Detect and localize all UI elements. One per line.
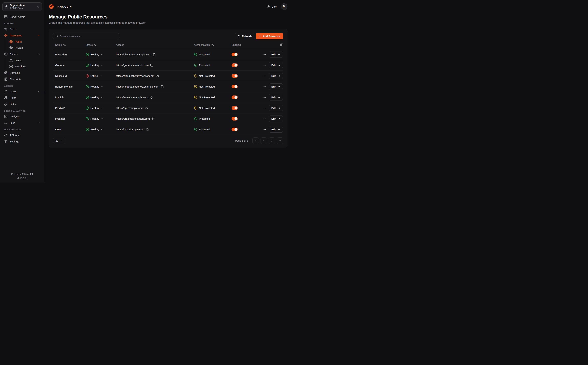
enabled-toggle[interactable]	[232, 74, 238, 78]
copy-icon[interactable]	[151, 117, 154, 120]
org-selector[interactable]: Organization ACME Corp.	[2, 2, 42, 11]
sidebar-item-public[interactable]: Public	[7, 39, 42, 45]
version-label: v1.13.0	[17, 177, 24, 179]
columns-icon[interactable]	[280, 43, 283, 46]
theme-label: Dark	[272, 5, 277, 8]
copy-icon[interactable]	[150, 64, 153, 67]
theme-toggle[interactable]: Dark	[267, 5, 277, 8]
enabled-toggle[interactable]	[232, 96, 238, 99]
sidebar-item-settings[interactable]: Settings	[2, 139, 42, 144]
edit-button[interactable]: Edit	[269, 126, 283, 133]
sidebar-item-api-keys[interactable]: API Keys	[2, 132, 42, 138]
sidebar-item-private[interactable]: Private	[7, 45, 42, 51]
row-menu-icon[interactable]	[263, 106, 266, 110]
chevron-down-icon[interactable]	[101, 118, 103, 120]
sidebar-item-clients[interactable]: Clients	[2, 51, 42, 57]
edition-row[interactable]: Enterprise Edition	[2, 173, 42, 175]
row-menu-icon[interactable]	[263, 85, 266, 88]
sort-icon[interactable]	[94, 44, 97, 46]
chevron-down-icon[interactable]	[101, 64, 103, 66]
resource-name: Battery Monitor	[53, 85, 86, 88]
sidebar-item-server-admin[interactable]: Server Admin	[2, 14, 42, 20]
enabled-toggle[interactable]	[232, 106, 238, 110]
sidebar-item-analytics[interactable]: Analytics	[2, 113, 42, 119]
sidebar-item-users[interactable]: Users	[2, 88, 42, 94]
column-header-authentication[interactable]: Authentication	[194, 43, 232, 46]
brand[interactable]: PANGOLIN	[49, 4, 72, 9]
status-label: Healthy	[90, 106, 99, 109]
edit-button[interactable]: Edit	[269, 51, 283, 58]
column-label: Access	[116, 43, 124, 46]
status-cell: Healthy	[86, 53, 116, 56]
status-label: Healthy	[90, 53, 99, 56]
sidebar-item-domains[interactable]: Domains	[2, 70, 42, 76]
sidebar-item-client-users[interactable]: Users	[7, 57, 42, 63]
enabled-toggle[interactable]	[232, 53, 238, 56]
column-header-name[interactable]: Name	[53, 43, 86, 46]
chevron-down-icon[interactable]	[99, 75, 102, 77]
next-page-button[interactable]	[269, 137, 275, 144]
toggle-knob	[234, 96, 237, 99]
github-icon	[30, 173, 33, 175]
row-menu-icon[interactable]	[263, 128, 266, 131]
sidebar-item-blueprints[interactable]: Blueprints	[2, 76, 42, 82]
top-bar-right: Dark M	[267, 3, 287, 10]
sidebar-item-sites[interactable]: Sites	[2, 26, 42, 32]
status-cell: Offline	[86, 74, 116, 78]
copy-icon[interactable]	[145, 107, 148, 109]
chevron-down-icon[interactable]	[101, 96, 103, 98]
enabled-cell	[232, 117, 257, 120]
sidebar-item-roles[interactable]: Roles	[2, 95, 42, 101]
sidebar-item-label: Machines	[15, 65, 40, 68]
circle-check-icon	[86, 53, 89, 56]
copy-icon[interactable]	[150, 96, 152, 99]
sort-icon[interactable]	[63, 44, 66, 46]
sidebar-scrollbar-thumb[interactable]	[45, 90, 45, 94]
avatar[interactable]: M	[281, 3, 287, 10]
copy-icon[interactable]	[161, 85, 164, 88]
column-header-status[interactable]: Status	[86, 43, 116, 46]
sidebar-item-machines[interactable]: Machines	[7, 63, 42, 69]
prev-page-button[interactable]	[260, 137, 267, 144]
chevron-down-icon[interactable]	[101, 53, 103, 56]
edit-label: Edit	[271, 64, 276, 67]
row-menu-icon[interactable]	[263, 53, 266, 56]
edit-button[interactable]: Edit	[269, 115, 283, 122]
enabled-toggle[interactable]	[232, 117, 238, 120]
row-menu-icon[interactable]	[263, 117, 266, 120]
version-row[interactable]: v1.13.0	[2, 177, 42, 179]
plus-icon	[259, 35, 261, 38]
page-size-select[interactable]: 20	[53, 138, 65, 144]
last-page-button[interactable]	[277, 137, 283, 144]
row-menu-icon[interactable]	[263, 96, 266, 99]
edit-label: Edit	[271, 117, 276, 120]
edit-button[interactable]: Edit	[269, 105, 283, 111]
refresh-button[interactable]: Refresh	[235, 33, 254, 39]
server-icon	[4, 15, 7, 19]
chevron-down-icon[interactable]	[101, 85, 103, 88]
chevron-down-icon[interactable]	[101, 128, 103, 131]
row-menu-icon[interactable]	[263, 64, 266, 67]
edit-button[interactable]: Edit	[269, 73, 283, 79]
copy-icon[interactable]	[146, 128, 149, 131]
enabled-toggle[interactable]	[232, 85, 238, 88]
chevron-down-icon[interactable]	[101, 107, 103, 109]
enabled-toggle[interactable]	[232, 63, 238, 67]
edit-button[interactable]: Edit	[269, 62, 283, 68]
row-menu-icon[interactable]	[263, 74, 266, 77]
add-resource-button[interactable]: Add Resource	[256, 33, 283, 39]
sidebar-item-resources[interactable]: Resources	[2, 32, 42, 38]
copy-icon[interactable]	[156, 75, 159, 77]
sort-icon[interactable]	[211, 44, 214, 46]
auth-cell: Protected	[194, 53, 232, 56]
search-input[interactable]	[60, 35, 117, 38]
first-page-button[interactable]	[253, 137, 259, 144]
sidebar-item-logs[interactable]: Logs	[2, 120, 42, 126]
sidebar-item-links[interactable]: Links	[2, 101, 42, 107]
edit-button[interactable]: Edit	[269, 83, 283, 90]
edit-button[interactable]: Edit	[269, 94, 283, 100]
enabled-cell	[232, 53, 257, 56]
enabled-toggle[interactable]	[232, 128, 238, 131]
copy-icon[interactable]	[153, 53, 156, 56]
user-icon	[4, 90, 7, 93]
